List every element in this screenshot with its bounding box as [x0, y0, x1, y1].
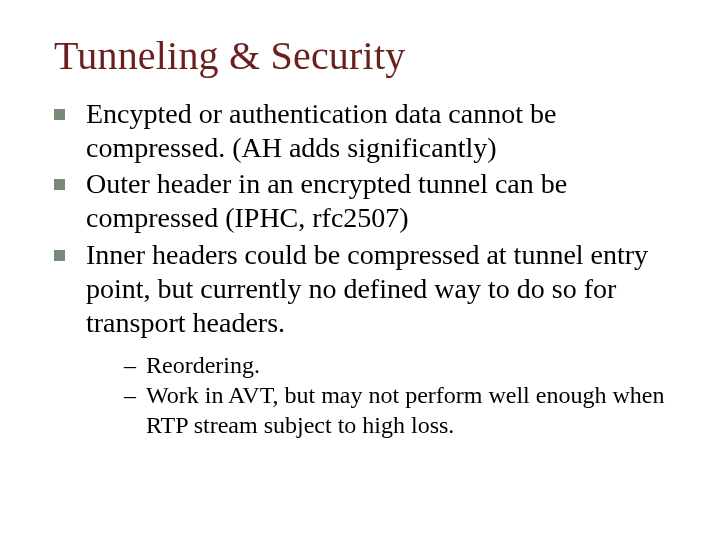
dash-bullet-icon: –: [124, 350, 136, 380]
square-bullet-icon: [54, 250, 65, 261]
slide: Tunneling & Security Encypted or authent…: [0, 0, 720, 540]
square-bullet-icon: [54, 179, 65, 190]
square-bullet-icon: [54, 109, 65, 120]
sub-bullet-list: – Reordering. – Work in AVT, but may not…: [124, 350, 680, 440]
list-item: – Reordering.: [124, 350, 680, 380]
sub-bullet-text: Work in AVT, but may not perform well en…: [146, 382, 664, 438]
list-item: Outer header in an encrypted tunnel can …: [54, 167, 680, 235]
sub-bullet-text: Reordering.: [146, 352, 260, 378]
bullet-text: Outer header in an encrypted tunnel can …: [86, 168, 567, 233]
bullet-list: Encypted or authentication data cannot b…: [54, 97, 680, 340]
slide-title: Tunneling & Security: [54, 32, 680, 79]
bullet-text: Encypted or authentication data cannot b…: [86, 98, 556, 163]
bullet-text: Inner headers could be compressed at tun…: [86, 239, 648, 338]
dash-bullet-icon: –: [124, 380, 136, 410]
list-item: Encypted or authentication data cannot b…: [54, 97, 680, 165]
list-item: – Work in AVT, but may not perform well …: [124, 380, 680, 440]
list-item: Inner headers could be compressed at tun…: [54, 238, 680, 340]
